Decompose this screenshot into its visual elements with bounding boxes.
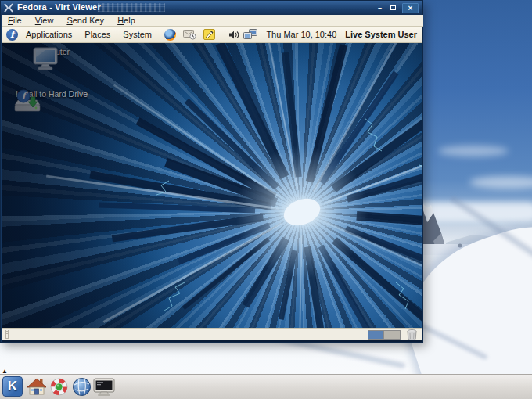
svg-text:f: f	[21, 91, 28, 102]
computer-icon	[32, 47, 59, 71]
panel-corner-arrow-icon[interactable]: ▲	[2, 368, 8, 375]
kmenu-button[interactable]: K	[2, 376, 23, 397]
panel-drag-handle[interactable]	[5, 330, 9, 339]
trash-icon[interactable]	[407, 329, 417, 340]
render-artifact	[98, 3, 165, 12]
virt-viewer-icon	[4, 3, 13, 13]
menu-help[interactable]: Help	[117, 16, 135, 25]
guest-wallpaper: Computer f Install to Hard Drive	[2, 43, 422, 328]
window-title: Fedora - Virt Viewer	[17, 2, 101, 12]
guest-user-menu[interactable]: Live System User	[345, 30, 417, 39]
cloud	[469, 176, 532, 189]
guest-menu-applications[interactable]: Applications	[26, 30, 72, 39]
desktop-icon-computer[interactable]: Computer	[32, 47, 71, 56]
close-button[interactable]: ×	[402, 3, 419, 13]
maximize-button[interactable]	[387, 3, 399, 13]
desktop-icon-install[interactable]: f Install to Hard Drive	[13, 89, 90, 99]
help-launcher[interactable]	[49, 377, 69, 397]
guest-menu-places[interactable]: Places	[84, 30, 110, 39]
host-taskbar: K	[0, 374, 532, 399]
virt-viewer-window: Fedora - Virt Viewer – × File View Send …	[0, 0, 423, 343]
evolution-mail-icon[interactable]	[183, 29, 196, 40]
menu-file[interactable]: File	[8, 16, 22, 25]
wallpaper-burst	[2, 43, 422, 328]
firefox-launcher-icon[interactable]	[164, 29, 176, 41]
desktop-screen: Fedora - Virt Viewer – × File View Send …	[0, 0, 532, 399]
konqueror-launcher[interactable]	[72, 377, 92, 397]
workspace-1[interactable]	[368, 330, 384, 340]
guest-bottom-panel	[2, 328, 422, 340]
guest-menu-system[interactable]: System	[123, 30, 152, 39]
maximize-icon	[390, 5, 396, 10]
volume-icon[interactable]	[228, 30, 239, 40]
menubar: File View Send Key Help	[2, 15, 423, 27]
titlebar[interactable]: Fedora - Virt Viewer – ×	[1, 1, 422, 15]
close-icon: ×	[408, 4, 413, 13]
menu-view[interactable]: View	[35, 16, 54, 25]
cloud	[438, 146, 509, 156]
workspace-2[interactable]	[384, 330, 401, 340]
install-to-hard-drive-icon: f	[13, 89, 41, 113]
minimize-button[interactable]: –	[374, 3, 386, 13]
guest-clock[interactable]: Thu Mar 10, 10:40	[266, 30, 336, 39]
terminal-launcher[interactable]	[93, 378, 115, 397]
home-launcher[interactable]	[27, 377, 47, 396]
fedora-menu-icon[interactable]: f	[6, 29, 18, 41]
network-icon[interactable]	[243, 29, 258, 40]
guest-display[interactable]: f Applications Places System	[2, 27, 422, 342]
menu-send-key[interactable]: Send Key	[66, 16, 104, 25]
notes-launcher-icon[interactable]	[203, 29, 215, 40]
guest-top-panel: f Applications Places System	[2, 27, 422, 43]
